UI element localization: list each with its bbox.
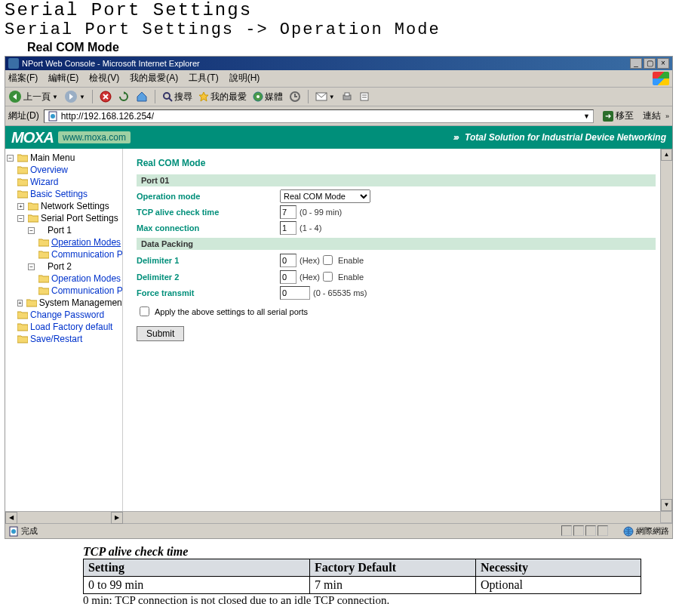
folder-icon	[28, 202, 38, 211]
svg-rect-10	[345, 93, 349, 96]
tree-network-settings[interactable]: + Network Settings	[17, 200, 121, 212]
tree-port1[interactable]: − Port 1	[28, 224, 121, 236]
stop-button[interactable]	[100, 91, 112, 103]
tree-wizard[interactable]: Wizard	[17, 176, 121, 188]
collapse-icon[interactable]: −	[17, 215, 24, 222]
links-chevron-icon[interactable]: »	[665, 112, 669, 120]
folder-icon	[26, 298, 37, 307]
tree-root[interactable]: − Main Menu	[7, 152, 121, 164]
delim2-label: Delimiter 2	[137, 273, 280, 282]
tree-load-factory[interactable]: Load Factory default	[17, 321, 121, 333]
menu-edit[interactable]: 編輯(E)	[48, 72, 78, 85]
go-button[interactable]: ➜ 移至	[598, 109, 638, 123]
delim2-input[interactable]	[280, 270, 296, 284]
menu-tools[interactable]: 工具(T)	[189, 72, 218, 85]
collapse-icon[interactable]: −	[28, 263, 35, 270]
moxa-banner: MOXA www.moxa.com ››› Total Solution for…	[5, 126, 672, 149]
status-dividers	[561, 525, 608, 537]
sidebar-horizontal-scrollbar[interactable]: ◀ ▶	[5, 511, 123, 523]
maxconn-input[interactable]	[280, 221, 296, 235]
edit-button[interactable]	[359, 91, 370, 102]
tree-comm-para-1[interactable]: Communication Para	[38, 248, 121, 260]
delim1-enable-checkbox[interactable]	[323, 255, 333, 265]
tree-port2[interactable]: − Port 2	[28, 260, 121, 273]
maximize-button[interactable]: ▢	[644, 58, 656, 69]
tcp-alive-input[interactable]	[280, 205, 296, 219]
tree-comm-para-2[interactable]: Communication Para	[38, 285, 121, 297]
tree-operation-modes-2[interactable]: Operation Modes	[38, 273, 121, 285]
menu-favorites[interactable]: 我的最愛(A)	[130, 72, 178, 85]
history-button[interactable]	[289, 91, 301, 103]
menubar: 檔案(F) 編輯(E) 檢視(V) 我的最愛(A) 工具(T) 說明(H)	[5, 70, 672, 88]
folder-icon	[17, 165, 28, 174]
delim1-input[interactable]	[280, 254, 296, 267]
media-button[interactable]: 媒體	[253, 91, 283, 103]
delim1-label: Delimiter 1	[137, 256, 280, 265]
force-transmit-hint: (0 - 65535 ms)	[313, 288, 367, 297]
svg-rect-11	[361, 93, 368, 100]
close-button[interactable]: ×	[657, 58, 669, 69]
minimize-button[interactable]: _	[630, 58, 642, 69]
scroll-right-icon[interactable]: ▶	[111, 512, 123, 524]
status-zone: 網際網路	[636, 525, 669, 537]
port-section-bar: Port 01	[137, 174, 656, 186]
folder-open-icon	[28, 214, 38, 223]
banner-arrows-icon: ›››	[453, 132, 458, 143]
vertical-scrollbar[interactable]: ▲ ▼	[660, 149, 672, 511]
tree-serial-port-settings[interactable]: − Serial Port Settings	[17, 212, 121, 224]
search-button[interactable]: 搜尋	[162, 91, 192, 103]
apply-all-checkbox[interactable]	[140, 306, 149, 316]
svg-point-3	[164, 93, 170, 99]
content-pane: Real COM Mode Port 01 Operation mode Rea…	[123, 149, 660, 511]
links-label[interactable]: 連結	[643, 109, 661, 122]
expand-icon[interactable]: +	[17, 300, 23, 306]
force-transmit-input[interactable]	[280, 286, 310, 300]
delim2-enable-checkbox[interactable]	[323, 272, 333, 282]
tree-change-password[interactable]: Change Password	[17, 309, 121, 321]
refresh-button[interactable]	[118, 91, 130, 103]
browser-window: NPort Web Console - Microsoft Internet E…	[5, 56, 673, 539]
data-packing-bar: Data Packing	[137, 238, 656, 250]
submit-button[interactable]: Submit	[137, 326, 184, 341]
maxconn-hint: (1 - 4)	[300, 223, 321, 233]
sidebar: − Main Menu Overview Wizard Basic Settin…	[5, 149, 123, 511]
tree-basic-settings[interactable]: Basic Settings	[17, 188, 121, 200]
status-done: 完成	[21, 525, 38, 537]
url-text: http://192.168.126.254/	[61, 111, 154, 122]
collapse-icon[interactable]: −	[28, 227, 35, 234]
menu-help[interactable]: 說明(H)	[229, 72, 260, 85]
ie-icon	[8, 58, 19, 69]
done-icon	[8, 526, 19, 537]
scroll-up-icon[interactable]: ▲	[661, 149, 672, 161]
scroll-left-icon[interactable]: ◀	[5, 512, 17, 524]
td-setting: 0 to 99 min	[84, 577, 310, 594]
address-field[interactable]: http://192.168.126.254/ ▼	[44, 109, 594, 123]
td-necessity: Optional	[476, 577, 641, 594]
operation-mode-select[interactable]: Real COM Mode	[280, 189, 370, 203]
print-button[interactable]	[341, 91, 353, 102]
moxa-logo: MOXA	[11, 129, 54, 146]
delim1-enable-label: Enable	[338, 256, 364, 265]
favorites-button[interactable]: 我的最愛	[198, 91, 247, 103]
svg-line-4	[169, 98, 172, 101]
home-button[interactable]	[136, 91, 148, 103]
menu-file[interactable]: 檔案(F)	[8, 72, 38, 85]
collapse-icon[interactable]: −	[7, 155, 14, 162]
tree-save-restart[interactable]: Save/Restart	[17, 333, 121, 345]
th-setting: Setting	[84, 559, 310, 577]
folder-icon	[38, 274, 49, 283]
folder-icon	[17, 322, 28, 331]
statusbar: 完成 網際網路	[5, 523, 672, 538]
menu-view[interactable]: 檢視(V)	[89, 72, 119, 85]
scroll-down-icon[interactable]: ▼	[661, 499, 672, 511]
forward-button[interactable]: ▼	[64, 90, 85, 103]
back-button[interactable]: 上一頁 ▼	[8, 90, 58, 103]
apply-all-label: Apply the above settings to all serial p…	[155, 307, 308, 316]
tree-overview[interactable]: Overview	[17, 164, 121, 176]
mail-button[interactable]: ▼	[315, 91, 335, 102]
operation-mode-label: Operation mode	[137, 192, 280, 201]
tree-system-management[interactable]: + System Management	[17, 297, 121, 309]
tree-operation-modes-1[interactable]: Operation Modes	[38, 236, 121, 248]
expand-icon[interactable]: +	[17, 203, 24, 210]
address-dropdown-icon[interactable]: ▼	[583, 112, 590, 120]
